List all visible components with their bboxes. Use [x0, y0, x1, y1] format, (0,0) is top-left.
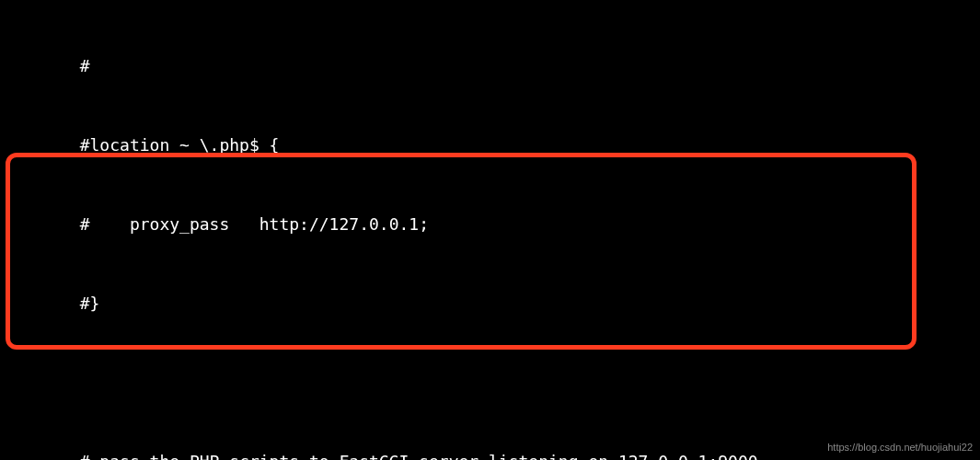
terminal-output: # #location ~ \.php$ { # proxy_pass http… — [0, 0, 980, 460]
code-line: # — [0, 53, 980, 80]
code-line: #location ~ \.php$ { — [0, 132, 980, 159]
watermark-text: https://blog.csdn.net/huojiahui22 — [827, 440, 973, 456]
code-line — [0, 370, 980, 397]
code-line: #} — [0, 291, 980, 317]
code-line: # proxy_pass http://127.0.0.1; — [0, 212, 980, 238]
